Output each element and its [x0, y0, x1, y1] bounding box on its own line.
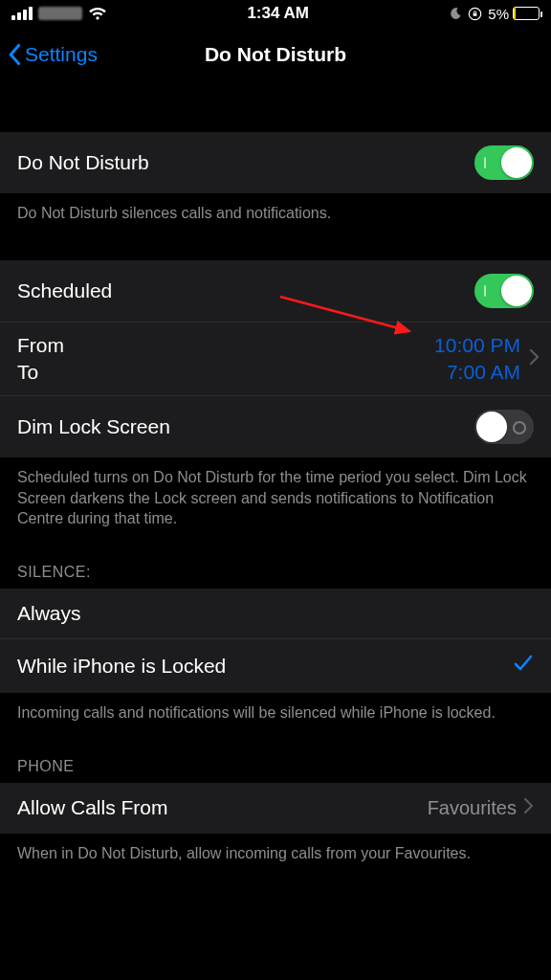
status-bar: 1:34 AM 5%: [0, 0, 551, 27]
chevron-right-icon: [522, 796, 534, 820]
silence-footer: Incoming calls and notifications will be…: [0, 693, 551, 737]
schedule-time-values: 10:00 PM 7:00 AM: [434, 332, 528, 387]
silence-always-row[interactable]: Always: [0, 589, 551, 639]
silence-while-locked-row[interactable]: While iPhone is Locked: [0, 639, 551, 693]
carrier-name-redacted: [38, 7, 82, 20]
status-right: 5%: [449, 6, 540, 22]
dnd-toggle-row[interactable]: Do Not Disturb: [0, 132, 551, 193]
battery-icon: [513, 7, 540, 20]
back-button[interactable]: Settings: [8, 43, 98, 66]
do-not-disturb-moon-icon: [449, 7, 462, 20]
allow-calls-label: Allow Calls From: [17, 796, 168, 819]
dnd-label: Do Not Disturb: [17, 151, 149, 174]
scheduled-group: Scheduled From To 10:00 PM 7:00 AM Dim L…: [0, 260, 551, 458]
spacer: [0, 82, 551, 132]
scheduled-toggle-row[interactable]: Scheduled: [0, 260, 551, 323]
silence-always-label: Always: [17, 602, 81, 625]
from-value: 10:00 PM: [434, 332, 520, 359]
chevron-right-icon: [528, 347, 540, 370]
silence-group: Always While iPhone is Locked: [0, 589, 551, 693]
battery-percent: 5%: [488, 6, 509, 22]
allow-calls-value: Favourites: [428, 797, 522, 819]
dnd-group: Do Not Disturb: [0, 132, 551, 193]
scheduled-label: Scheduled: [17, 279, 112, 302]
dnd-footer: Do Not Disturb silences calls and notifi…: [0, 193, 551, 237]
status-left: [11, 7, 107, 21]
scheduled-toggle[interactable]: [474, 274, 534, 308]
back-label: Settings: [25, 43, 98, 66]
navigation-bar: Settings Do Not Disturb: [0, 27, 551, 82]
silence-while-locked-label: While iPhone is Locked: [17, 655, 226, 678]
svg-rect-1: [474, 12, 477, 15]
dnd-toggle[interactable]: [474, 145, 534, 180]
schedule-time-labels: From To: [17, 332, 434, 387]
silence-header: SILENCE:: [0, 543, 551, 589]
allow-calls-row[interactable]: Allow Calls From Favourites: [0, 783, 551, 834]
status-time: 1:34 AM: [107, 4, 449, 23]
chevron-left-icon: [8, 43, 23, 66]
scheduled-footer: Scheduled turns on Do Not Disturb for th…: [0, 457, 551, 543]
spacer: [0, 237, 551, 260]
dim-lock-screen-row[interactable]: Dim Lock Screen: [0, 396, 551, 457]
phone-group: Allow Calls From Favourites: [0, 783, 551, 834]
schedule-time-row[interactable]: From To 10:00 PM 7:00 AM: [0, 323, 551, 397]
checkmark-icon: [513, 653, 534, 679]
dim-lock-label: Dim Lock Screen: [17, 415, 170, 438]
to-value: 7:00 AM: [434, 359, 520, 386]
wifi-icon: [88, 7, 107, 21]
phone-footer: When in Do Not Disturb, allow incoming c…: [0, 834, 551, 878]
dim-lock-toggle[interactable]: [474, 410, 534, 444]
phone-header: PHONE: [0, 737, 551, 783]
orientation-lock-icon: [468, 7, 482, 21]
to-label: To: [17, 359, 434, 386]
battery-indicator: 5%: [488, 6, 540, 22]
from-label: From: [17, 332, 434, 359]
cellular-signal-icon: [11, 7, 33, 20]
